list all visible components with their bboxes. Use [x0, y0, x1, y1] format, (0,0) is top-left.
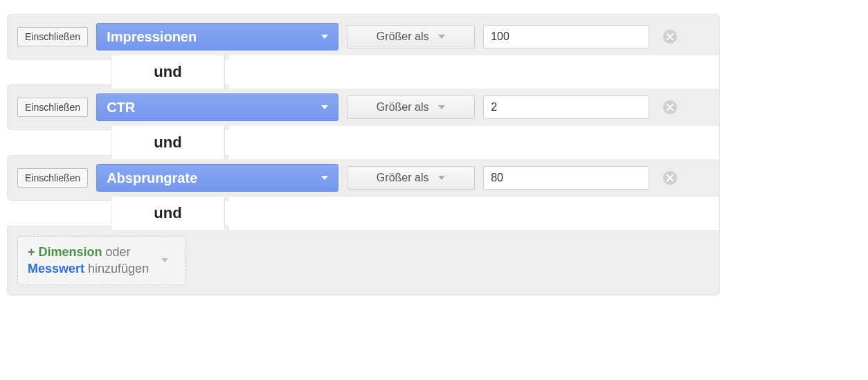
value-input[interactable]	[483, 25, 649, 48]
chevron-down-icon	[321, 35, 328, 39]
metric-label: CTR	[107, 100, 135, 116]
spacer	[7, 126, 111, 159]
spacer	[7, 197, 111, 230]
remove-rule-button[interactable]	[663, 171, 677, 185]
value-input[interactable]	[483, 166, 649, 190]
add-dimension-or-metric[interactable]: + Dimension oder Messwert hinzufügen	[17, 236, 186, 285]
metric-dropdown[interactable]: Impressionen	[96, 23, 338, 51]
operator-label: Größer als	[377, 101, 429, 114]
add-dimension-label: Dimension	[39, 245, 102, 259]
include-toggle[interactable]: Einschließen	[17, 168, 88, 188]
and-connector: und	[7, 126, 720, 159]
chevron-down-icon	[438, 176, 445, 180]
close-icon	[667, 174, 673, 181]
plus-icon: +	[28, 245, 35, 259]
operator-dropdown[interactable]: Größer als	[347, 25, 475, 48]
close-icon	[667, 104, 673, 111]
metric-label: Impressionen	[107, 29, 197, 45]
connector-strip	[229, 197, 720, 230]
chevron-down-icon	[321, 105, 328, 109]
spacer	[7, 55, 111, 89]
operator-dropdown[interactable]: Größer als	[347, 166, 475, 190]
remove-rule-button[interactable]	[663, 30, 677, 44]
add-or-label: oder	[106, 245, 131, 259]
filter-builder: Einschließen Impressionen Größer als und…	[7, 14, 720, 296]
and-connector: und	[7, 197, 720, 230]
chevron-down-icon	[438, 35, 445, 39]
filter-rule: Einschließen Absprungrate Größer als	[7, 155, 720, 201]
metric-label: Absprungrate	[107, 170, 197, 186]
connector-strip	[229, 126, 720, 159]
and-label: und	[111, 55, 225, 89]
metric-dropdown[interactable]: CTR	[96, 93, 338, 121]
remove-rule-button[interactable]	[663, 100, 677, 114]
include-toggle[interactable]: Einschließen	[17, 27, 88, 47]
and-connector: und	[7, 55, 720, 89]
add-rule-section: + Dimension oder Messwert hinzufügen	[7, 226, 720, 296]
operator-dropdown[interactable]: Größer als	[347, 96, 475, 119]
close-icon	[667, 33, 673, 40]
add-suffix-label: hinzufügen	[88, 262, 149, 275]
operator-label: Größer als	[377, 30, 429, 43]
add-card-text: + Dimension oder Messwert hinzufügen	[28, 244, 149, 278]
and-label: und	[111, 197, 225, 230]
and-label: und	[111, 126, 225, 159]
chevron-down-icon	[161, 258, 168, 262]
chevron-down-icon	[321, 176, 328, 180]
include-toggle[interactable]: Einschließen	[17, 98, 88, 118]
add-metric-label: Messwert	[28, 262, 84, 275]
filter-rule: Einschließen Impressionen Größer als	[7, 14, 720, 60]
value-input[interactable]	[483, 96, 649, 119]
metric-dropdown[interactable]: Absprungrate	[96, 164, 338, 192]
filter-rule: Einschließen CTR Größer als	[7, 84, 720, 130]
chevron-down-icon	[438, 105, 445, 109]
operator-label: Größer als	[377, 172, 429, 184]
connector-strip	[229, 55, 720, 89]
